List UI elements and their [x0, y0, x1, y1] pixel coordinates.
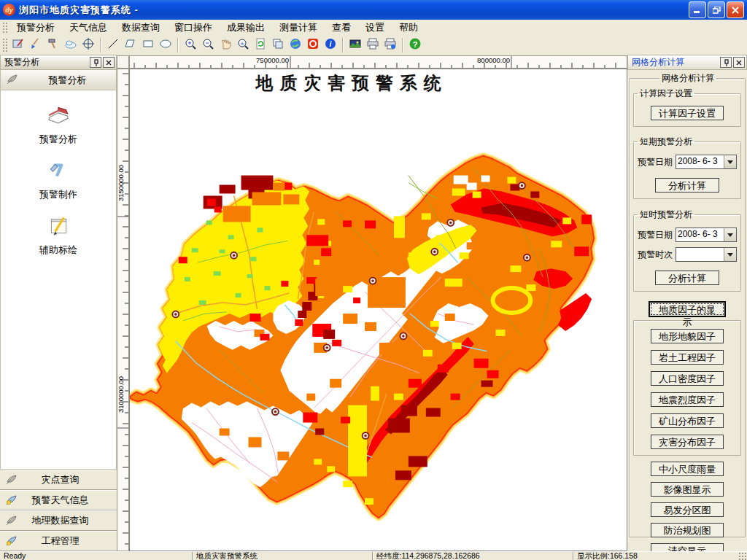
factor-button[interactable]: 矿山分布因子 [651, 413, 724, 428]
target-icon [82, 37, 95, 52]
toolbar-button-stop[interactable] [304, 36, 322, 53]
toolbar-button-edit-map[interactable] [9, 36, 27, 53]
title-bar: dy 浏阳市地质灾害预警系统 - [0, 0, 747, 20]
zoom-in-icon [184, 37, 197, 52]
chevron-down-icon[interactable] [724, 248, 736, 261]
nav-row-工程管理[interactable]: 工程管理 [0, 531, 117, 551]
toolbar-button-hammer[interactable] [44, 36, 62, 53]
status-ready: Ready [0, 552, 192, 560]
toolbar-button-line[interactable] [104, 36, 122, 53]
toolbar-button-print-setup[interactable] [382, 36, 399, 53]
nowcast-analyze-button[interactable]: 分析计算 [655, 271, 719, 285]
factor-button[interactable]: 地震烈度因子 [651, 392, 724, 407]
menu-item[interactable]: 查看 [325, 20, 358, 36]
nowcast-date-combo[interactable]: 2008- 6- 3 [676, 228, 737, 242]
town-marker [272, 408, 279, 415]
nav-row-label: 灾点查询 [18, 473, 102, 486]
menu-item[interactable]: 成果输出 [220, 20, 272, 36]
print-icon [366, 37, 379, 52]
sidebar-item-make[interactable]: 预警制作 [1, 158, 116, 201]
ellipse-icon [159, 37, 172, 52]
leaf-color-icon [5, 493, 18, 508]
nav-row-地理数据查询[interactable]: 地理数据查询 [0, 510, 117, 531]
left-panel-titlebar: 预警分析 [0, 55, 117, 70]
menu-item[interactable]: 测量计算 [272, 20, 325, 36]
menu-item[interactable]: 预警分析 [9, 20, 62, 36]
toolbar-button-layers[interactable] [269, 36, 287, 53]
right-panel: 网格分析计算 网格分析计算 计算因子设置 计算因子设置 短期预警分析 预警日期 … [627, 55, 747, 551]
chevron-down-icon[interactable] [724, 228, 736, 241]
hammer-icon [47, 37, 60, 52]
nav-row-灾点查询[interactable]: 灾点查询 [0, 470, 117, 490]
toolbar-button-info[interactable]: i [322, 36, 339, 53]
menu-item[interactable]: 数据查询 [115, 20, 167, 36]
zoom-out-icon [201, 37, 214, 52]
sidebar-item-draw[interactable]: 辅助标绘 [1, 213, 116, 257]
svg-text:800000.00: 800000.00 [477, 56, 510, 64]
menu-grip[interactable] [2, 22, 7, 33]
menu-item[interactable]: 帮助 [392, 20, 425, 36]
nowcast-time-combo[interactable] [676, 247, 737, 262]
display-option-button[interactable]: 易发分区图 [651, 502, 724, 517]
horizontal-ruler: 750000.00800000.00 [129, 55, 627, 69]
resize-grip[interactable] [738, 552, 747, 560]
status-bar: Ready 地质灾害预警系统 经纬度:114.296875,28.162686 … [0, 551, 747, 560]
menu-item[interactable]: 窗口操作 [167, 20, 220, 36]
toolbar-button-image-map[interactable] [347, 36, 364, 53]
factor-button[interactable]: 灾害分布因子 [651, 435, 724, 449]
short-term-date-combo[interactable]: 2008- 6- 3 [676, 155, 737, 169]
polygon-icon [124, 37, 137, 52]
chevron-down-icon[interactable] [724, 155, 736, 168]
restore-button[interactable] [708, 1, 725, 18]
menu-items: 预警分析天气信息数据查询窗口操作成果输出测量计算查看设置帮助 [9, 20, 425, 36]
toolbar-button-refresh[interactable] [252, 36, 269, 53]
map-canvas[interactable]: 地质灾害预警系统 [129, 69, 627, 551]
town-marker [447, 219, 454, 226]
short-term-analyze-button[interactable]: 分析计算 [655, 178, 719, 192]
pin-icon[interactable] [720, 57, 732, 68]
toolbar-button-polygon[interactable] [122, 36, 139, 53]
toolbar-button-globe[interactable] [287, 36, 304, 53]
toolbar-button-zoom-extent[interactable]: ± [234, 36, 252, 53]
close-button[interactable] [727, 1, 744, 18]
nav-row-预警天气信息[interactable]: 预警天气信息 [0, 490, 117, 510]
short-term-groupbox: 短期预警分析 预警日期 2008- 6- 3 分析计算 [633, 136, 741, 199]
app-logo-icon: dy [3, 4, 15, 16]
svg-text:i: i [330, 40, 332, 48]
groupbox-legend: 网格分析计算 [659, 72, 716, 85]
factor-setup-button[interactable]: 计算因子设置 [651, 106, 724, 120]
minimize-button[interactable] [689, 1, 706, 18]
toolbar-button-target[interactable] [80, 36, 97, 53]
right-panel-close-icon[interactable] [733, 57, 745, 68]
toolbar-button-ellipse[interactable] [157, 36, 174, 53]
toolbar-button-print[interactable] [364, 36, 382, 53]
menu-item[interactable]: 天气信息 [62, 20, 115, 36]
toolbar-button-brush[interactable] [27, 36, 44, 53]
display-option-button[interactable]: 清空显示 [651, 543, 724, 551]
toolbar-button-zoom-in[interactable] [182, 36, 199, 53]
toolbar-separator [402, 38, 403, 52]
toolbar-button-cloud[interactable] [62, 36, 80, 53]
vertical-ruler: 3150000.003100000.00 [117, 69, 129, 551]
zoom-extent-icon: ± [236, 37, 249, 52]
toolbar-button-rectangle[interactable] [139, 36, 157, 53]
display-option-button[interactable]: 中小尺度雨量 [651, 462, 724, 476]
town-marker [363, 432, 369, 439]
factor-button[interactable]: 人口密度因子 [651, 371, 724, 386]
left-panel-title: 预警分析 [4, 56, 39, 69]
toolbar-button-help[interactable]: ? [406, 36, 424, 53]
bottom-buttons: 中小尺度雨量影像图显示易发分区图防治规划图清空显示 [633, 462, 741, 551]
toolbar-button-pan[interactable] [217, 36, 234, 53]
left-panel-close-icon[interactable] [103, 57, 115, 68]
display-option-button[interactable]: 防治规划图 [651, 523, 724, 537]
factor-button[interactable]: 岩土工程因子 [651, 350, 724, 365]
toolbar-grip[interactable] [2, 38, 7, 52]
toolbar-button-zoom-out[interactable] [199, 36, 217, 53]
display-option-button[interactable]: 影像图显示 [651, 482, 724, 497]
geo-factor-display-button[interactable]: 地质因子的显示 [649, 301, 726, 317]
sidebar-item-book[interactable]: 预警分析 [1, 102, 116, 146]
factor-button[interactable]: 地形地貌因子 [651, 329, 724, 343]
menu-item[interactable]: 设置 [358, 20, 392, 36]
town-marker [431, 249, 438, 255]
pin-icon[interactable] [90, 57, 101, 68]
